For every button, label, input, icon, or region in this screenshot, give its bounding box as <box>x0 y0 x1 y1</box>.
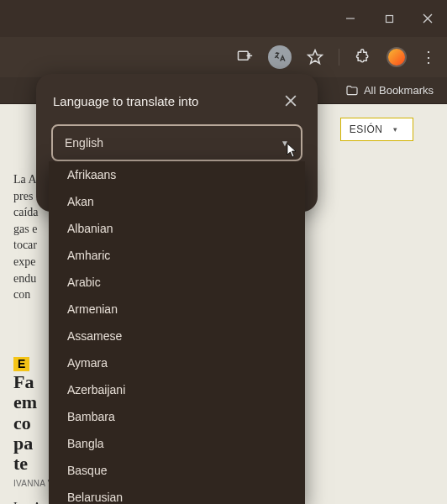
browser-toolbar: ⋮ <box>0 37 447 77</box>
language-option[interactable]: Azerbaijani <box>49 376 305 403</box>
close-icon[interactable] <box>281 91 301 111</box>
all-bookmarks-button[interactable]: All Bookmarks <box>345 84 434 97</box>
language-option[interactable]: Arabic <box>49 269 305 296</box>
language-option[interactable]: Basque <box>49 457 305 484</box>
selected-language: English <box>65 136 103 150</box>
language-option[interactable]: Amharic <box>49 242 305 269</box>
install-app-icon[interactable] <box>233 45 256 69</box>
language-dropdown: AfrikaansAkanAlbanianAmharicArabicArmeni… <box>49 161 305 504</box>
language-option[interactable]: Afrikaans <box>49 161 305 188</box>
bookmark-star-icon[interactable] <box>303 45 327 69</box>
chevron-down-icon: ▾ <box>393 125 398 134</box>
language-option[interactable]: Assamese <box>49 323 305 349</box>
language-select[interactable]: English ▼ <box>51 124 302 161</box>
translate-icon[interactable] <box>268 45 292 69</box>
exclusive-badge: E <box>13 357 29 371</box>
window-titlebar <box>0 0 447 37</box>
language-option[interactable]: Armenian <box>49 296 305 323</box>
profile-avatar[interactable] <box>387 47 407 67</box>
chevron-down-icon: ▼ <box>281 139 289 148</box>
kebab-menu-icon[interactable]: ⋮ <box>418 50 439 65</box>
extensions-icon[interactable] <box>351 45 375 69</box>
login-label: ESIÓN <box>350 123 383 135</box>
language-option[interactable]: Aymara <box>49 349 305 376</box>
headline-text: Fa <box>13 371 34 392</box>
language-option[interactable]: Bambara <box>49 403 305 430</box>
svg-marker-7 <box>308 50 323 64</box>
minimize-button[interactable] <box>331 0 370 37</box>
language-option[interactable]: Albanian <box>49 215 305 242</box>
language-option[interactable]: Akan <box>49 188 305 215</box>
svg-rect-1 <box>386 15 392 22</box>
login-button[interactable]: ESIÓN ▾ <box>340 118 413 141</box>
popup-title: Language to translate into <box>53 94 198 108</box>
language-option[interactable]: Belarusian <box>49 484 305 504</box>
maximize-button[interactable] <box>370 0 408 37</box>
svg-rect-4 <box>239 51 249 60</box>
all-bookmarks-label: All Bookmarks <box>364 84 434 97</box>
close-window-button[interactable] <box>408 0 447 37</box>
language-option[interactable]: Bangla <box>49 430 305 457</box>
